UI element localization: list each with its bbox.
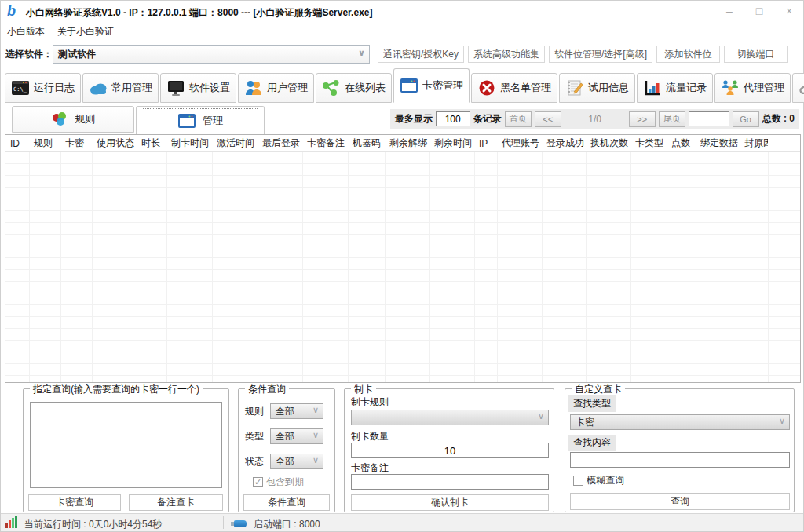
network-icon	[322, 79, 341, 97]
toolbar-traffic-log[interactable]: 流量记录	[637, 73, 713, 103]
card-query-button[interactable]: 卡密查询	[28, 494, 121, 511]
col-duration[interactable]: 时长	[137, 137, 166, 150]
toolbar-user-manage[interactable]: 用户管理	[238, 73, 314, 103]
page-indicator: 1/0	[565, 114, 626, 125]
table-body-empty[interactable]	[5, 152, 800, 382]
make-note-input[interactable]	[351, 474, 549, 490]
col-activate-time[interactable]: 激活时间	[212, 137, 258, 150]
card-list-textarea[interactable]	[30, 402, 222, 488]
status-filter-dropdown[interactable]: 全部 ∨	[270, 454, 323, 469]
menu-item-version[interactable]: 小白版本	[7, 23, 51, 40]
toolbar-cloud-js[interactable]: 云计算/JS	[792, 73, 804, 103]
tab-manage[interactable]: 管理	[136, 106, 265, 134]
custom-search-legend: 自定义查卡	[572, 383, 625, 396]
status-filter-value: 全部	[276, 455, 294, 468]
toolbar-label: 试用信息	[588, 81, 629, 95]
port-status-text: 启动端口 : 8000	[254, 518, 320, 531]
col-status[interactable]: 使用状态	[92, 137, 137, 150]
switch-port-button[interactable]: 切换端口	[724, 46, 788, 63]
status-bars-icon	[5, 516, 20, 528]
condition-query-panel: 条件查询 规则 全部 ∨ 类型 全部 ∨ 状态 全部 ∨ ✓ 包含到期	[238, 388, 335, 512]
col-machine-code[interactable]: 机器码	[348, 137, 385, 150]
maximize-icon[interactable]: □	[753, 5, 766, 17]
include-expired-checkbox[interactable]: ✓	[253, 477, 263, 487]
make-note-label: 卡密备注	[351, 461, 389, 475]
chevron-down-icon: ∨	[358, 48, 365, 58]
status-separator	[223, 516, 224, 529]
software-select-dropdown[interactable]: 测试软件 ∨	[53, 45, 370, 64]
make-qty-input[interactable]	[351, 443, 549, 458]
chevron-down-icon: ∨	[538, 411, 544, 421]
condition-query-button[interactable]: 条件查询	[243, 494, 330, 511]
blacklist-icon	[477, 79, 496, 97]
type-filter-dropdown[interactable]: 全部 ∨	[270, 428, 323, 444]
col-login-success[interactable]: 登录成功	[542, 137, 586, 150]
col-agent-account[interactable]: 代理账号	[497, 137, 542, 150]
col-points[interactable]: 点数	[667, 137, 696, 150]
page-size-input[interactable]	[436, 111, 470, 126]
toolbar-agent-manage[interactable]: 代理管理	[714, 73, 791, 103]
prev-page-button[interactable]: <<	[535, 111, 561, 127]
col-rule[interactable]: 规则	[29, 137, 60, 150]
note-query-button[interactable]: 备注查卡	[129, 494, 223, 511]
toolbar-blacklist-manage[interactable]: 黑名单管理	[471, 73, 557, 103]
col-bound-data[interactable]: 绑定数据	[696, 137, 740, 150]
toolbar-trial-info[interactable]: 试用信息	[559, 73, 635, 103]
toolbar-label: 软件设置	[189, 81, 230, 95]
chain-icon	[799, 79, 804, 97]
advanced-features-button[interactable]: 系统高级功能集	[468, 46, 545, 63]
tab-rules[interactable]: 规则	[12, 106, 134, 133]
search-content-input[interactable]	[570, 452, 790, 468]
col-ip[interactable]: IP	[474, 138, 497, 149]
col-card-type[interactable]: 卡类型	[630, 137, 667, 150]
first-page-button[interactable]: 首页	[505, 111, 532, 127]
toolbar-online-list[interactable]: 在线列表	[316, 73, 392, 103]
go-button[interactable]: Go	[733, 111, 759, 127]
minimize-icon[interactable]: –	[723, 5, 736, 17]
agents-icon	[721, 79, 740, 97]
close-icon[interactable]: ×	[783, 5, 795, 17]
search-button[interactable]: 查询	[570, 493, 790, 510]
toolbar-software-settings[interactable]: 软件设置	[160, 73, 236, 103]
menu-bar: 小白版本 关于小白验证	[1, 23, 803, 40]
col-unbind-left[interactable]: 剩余解绑	[385, 137, 429, 150]
col-time-left[interactable]: 剩余时间	[429, 137, 474, 150]
col-last-login[interactable]: 最后登录	[258, 137, 302, 150]
app-logo-icon: b	[7, 3, 16, 20]
card-table[interactable]: ID 规则 卡密 使用状态 时长 制卡时间 激活时间 最后登录 卡密备注 机器码…	[5, 134, 801, 383]
confirm-make-button[interactable]: 确认制卡	[351, 494, 549, 511]
menu-item-about[interactable]: 关于小白验证	[57, 23, 120, 40]
circles-icon	[51, 111, 68, 128]
add-software-slot-button[interactable]: 添加软件位	[656, 46, 720, 63]
make-rule-dropdown[interactable]: ∨	[351, 410, 549, 425]
col-machine-switches[interactable]: 换机次数	[586, 137, 630, 150]
specified-query-panel: 指定查询(输入需要查询的卡密一行一个) 卡密查询 备注查卡	[23, 388, 229, 512]
fuzzy-search-checkbox[interactable]	[573, 476, 583, 486]
col-create-time[interactable]: 制卡时间	[166, 137, 212, 150]
window-title: 小白网络验证系统V1.0 - IP：127.0.0.1 端口：8000 --- …	[26, 6, 372, 20]
status-filter-label: 状态	[245, 455, 264, 468]
main-toolbar: C:\_ 运行日志 常用管理 软件设置 用户管理 在线列表 卡密管理 黑名单管理	[5, 68, 802, 103]
toolbar-common-manage[interactable]: 常用管理	[82, 73, 159, 103]
col-note[interactable]: 卡密备注	[302, 137, 348, 150]
software-slot-manage-button[interactable]: 软件位管理/选择[高级]	[549, 46, 652, 63]
notepad-icon	[565, 79, 584, 97]
col-ban-reason[interactable]: 封原因	[740, 137, 768, 150]
goto-page-input[interactable]	[689, 111, 729, 126]
col-card[interactable]: 卡密	[60, 137, 92, 150]
next-page-button[interactable]: >>	[629, 111, 656, 127]
toolbar-run-log[interactable]: C:\_ 运行日志	[5, 73, 81, 103]
window-icon	[177, 112, 196, 129]
condition-query-legend: 条件查询	[245, 383, 289, 396]
col-id[interactable]: ID	[5, 138, 29, 149]
rule-filter-value: 全部	[276, 405, 294, 418]
toolbar-card-manage[interactable]: 卡密管理	[393, 68, 470, 103]
bar-chart-icon	[643, 79, 662, 97]
search-type-dropdown[interactable]: 卡密 ∨	[570, 414, 790, 430]
rule-filter-dropdown[interactable]: 全部 ∨	[270, 403, 323, 419]
search-type-value: 卡密	[576, 416, 594, 429]
last-page-button[interactable]: 尾页	[659, 111, 685, 127]
chevron-down-icon: ∨	[312, 455, 319, 465]
comm-key-button[interactable]: 通讯密钥/授权Key	[378, 46, 464, 63]
total-count-label: 总数 : 0	[762, 112, 795, 126]
